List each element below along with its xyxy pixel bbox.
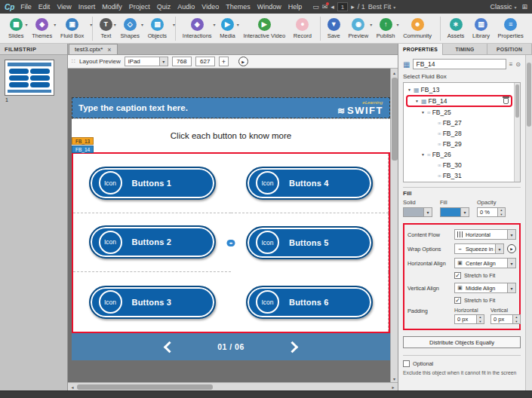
content-flow-dropdown[interactable]: Horizontal	[454, 229, 516, 240]
wrap-advanced-button[interactable]	[507, 244, 516, 253]
next-slide-icon[interactable]	[351, 3, 355, 11]
expander-icon[interactable]: ▼	[415, 99, 419, 103]
fill-type-dropdown[interactable]	[403, 207, 432, 217]
close-tab-icon[interactable]	[107, 47, 111, 53]
chevron-down-icon[interactable]	[114, 22, 116, 27]
display-preview-icon[interactable]: ▭	[312, 3, 319, 11]
scroll-left-icon[interactable]	[68, 383, 77, 390]
tree-item[interactable]: ▼ ▫▫ FB_29	[406, 139, 512, 149]
panel-tab[interactable]: TIMING	[443, 44, 487, 55]
chevron-down-icon[interactable]	[25, 22, 27, 27]
document-tab[interactable]: test3.cptx*	[69, 44, 118, 54]
tree-item[interactable]: ▼ ▫▫ FB_31	[406, 170, 512, 181]
workspace-grid-icon[interactable]: ⊞	[521, 3, 527, 11]
toolbar-button[interactable]: ▤ Objects	[144, 17, 176, 41]
panel-tab[interactable]: PROPERTIES	[398, 44, 443, 55]
panel-scrollbar[interactable]	[525, 55, 532, 390]
menu-item[interactable]: Help	[288, 3, 303, 11]
toolbar-button[interactable]: ◆ Themes	[28, 17, 56, 41]
chevron-down-icon[interactable]	[90, 22, 92, 27]
menu-item[interactable]: Video	[201, 3, 219, 11]
vertical-align-dropdown[interactable]: ▣ Middle Align	[454, 283, 516, 293]
padding-horizontal-field[interactable]: 0 px	[454, 314, 484, 324]
workspace-dropdown[interactable]: Classic	[490, 3, 516, 11]
chevron-down-icon[interactable]	[237, 22, 239, 27]
stretch-to-fit-checkbox[interactable]	[454, 272, 461, 279]
chevron-down-icon[interactable]	[396, 22, 398, 27]
expander-icon[interactable]: ▼	[421, 110, 425, 115]
tree-item[interactable]: ▼ ▦ FB_14	[406, 95, 512, 107]
device-dropdown[interactable]: iPad	[125, 57, 168, 66]
wrap-options-dropdown[interactable]: ▪▪▪ Squeeze in a row	[454, 243, 504, 254]
toolbar-button[interactable]: ▶ Interactive Video	[239, 17, 289, 41]
content-button[interactable]: Icon Buttons 2	[89, 225, 216, 259]
chevron-down-icon[interactable]	[141, 22, 143, 27]
fluidbox-tag[interactable]: FB_13	[72, 137, 94, 145]
chevron-down-icon[interactable]	[507, 230, 515, 239]
menu-item[interactable]: View	[57, 3, 71, 11]
distribute-objects-button[interactable]: Distribute Objects Equally	[403, 336, 521, 348]
toolbar-button[interactable]: ∗ Assets	[444, 17, 469, 41]
tree-scrollbar[interactable]	[514, 83, 520, 182]
panel-tab[interactable]: POSITION	[487, 44, 532, 55]
previous-slide-icon[interactable]	[331, 3, 334, 11]
pin-icon[interactable]: ⊙	[515, 61, 521, 68]
toolbar-button[interactable]: ▣ Fluid Box	[57, 17, 93, 41]
delete-icon[interactable]	[503, 98, 509, 104]
chevron-down-icon[interactable]	[460, 208, 469, 216]
toolbar-button[interactable]: ☻ Community	[399, 17, 441, 41]
toolbar-button[interactable]: ▶ Media	[216, 17, 238, 41]
content-button[interactable]: Icon Buttons 6	[246, 286, 373, 319]
horizontal-scroll-thumb[interactable]	[77, 384, 213, 390]
menu-item[interactable]: Project	[129, 3, 150, 11]
toolbar-button[interactable]: ◇ Shapes	[117, 17, 143, 41]
next-chevron-icon[interactable]	[287, 341, 299, 353]
chevron-down-icon[interactable]	[423, 208, 432, 216]
padding-vertical-field[interactable]: 0 px	[490, 314, 521, 324]
menu-item[interactable]: Modify	[102, 3, 122, 11]
scroll-right-icon[interactable]	[389, 383, 398, 390]
filmstrip-header[interactable]: FILMSTRIP	[0, 44, 67, 55]
tree-item[interactable]: ▼ ▫▫ FB_28	[406, 128, 512, 139]
stage-width-field[interactable]: 768	[172, 57, 192, 66]
menu-item[interactable]: File	[20, 3, 32, 11]
optional-checkbox[interactable]	[403, 360, 410, 367]
caption-text[interactable]: Type the caption text here.	[78, 103, 188, 112]
menu-item[interactable]: Audio	[177, 3, 195, 11]
content-button[interactable]: Icon Buttons 5	[246, 226, 373, 259]
chevron-down-icon[interactable]	[507, 283, 515, 292]
toolbar-button[interactable]: ▥ Library	[469, 17, 494, 41]
fill-color-dropdown[interactable]	[440, 207, 469, 217]
spinner-icons[interactable]	[497, 208, 505, 216]
chevron-down-icon[interactable]	[54, 22, 56, 27]
slide-number-box[interactable]: 1	[337, 2, 348, 11]
content-button[interactable]: Icon Buttons 4	[246, 167, 373, 200]
menu-item[interactable]: Insert	[78, 3, 96, 11]
previous-chevron-icon[interactable]	[164, 341, 176, 353]
fluidbox-tag[interactable]: FB_14	[72, 145, 94, 153]
toolbar-button[interactable]: ◈ Interactions	[179, 17, 216, 41]
object-name-field[interactable]: FB_14	[413, 59, 506, 69]
canvas-vertical-scrollbar[interactable]	[390, 69, 398, 382]
stretch-to-fit-checkbox[interactable]	[454, 297, 461, 304]
toolbar-button[interactable]: ▼ Save	[324, 17, 344, 41]
menu-item[interactable]: Quiz	[157, 3, 171, 11]
chevron-down-icon[interactable]	[495, 244, 503, 253]
chevron-down-icon[interactable]	[173, 22, 175, 27]
tree-item[interactable]: ▼ ▫▫ FB_27	[406, 118, 512, 128]
tree-item[interactable]: ▼ ▦ FB_13	[406, 84, 512, 95]
expander-icon[interactable]: ▼	[407, 87, 411, 92]
horizontal-align-dropdown[interactable]: ▣ Center Align	[454, 258, 516, 268]
timeline-collapsed-bar[interactable]	[0, 390, 532, 398]
tree-item[interactable]: ▼ ▫▫ FB_25	[406, 107, 512, 118]
toolbar-button[interactable]: ◉ Preview	[344, 17, 372, 41]
scroll-up-icon[interactable]	[391, 69, 398, 76]
preview-play-button[interactable]	[238, 57, 248, 66]
spinner-icons[interactable]	[476, 315, 484, 323]
stage-canvas[interactable]: Type the caption text here. eLearning ≋ …	[68, 69, 398, 382]
zoom-dropdown[interactable]: Best Fit	[368, 3, 396, 11]
vertical-scroll-thumb[interactable]	[392, 78, 398, 161]
toolbar-button[interactable]: ≡ Properties	[494, 17, 527, 41]
chevron-down-icon[interactable]	[159, 57, 168, 66]
chevron-down-icon[interactable]	[370, 22, 372, 27]
